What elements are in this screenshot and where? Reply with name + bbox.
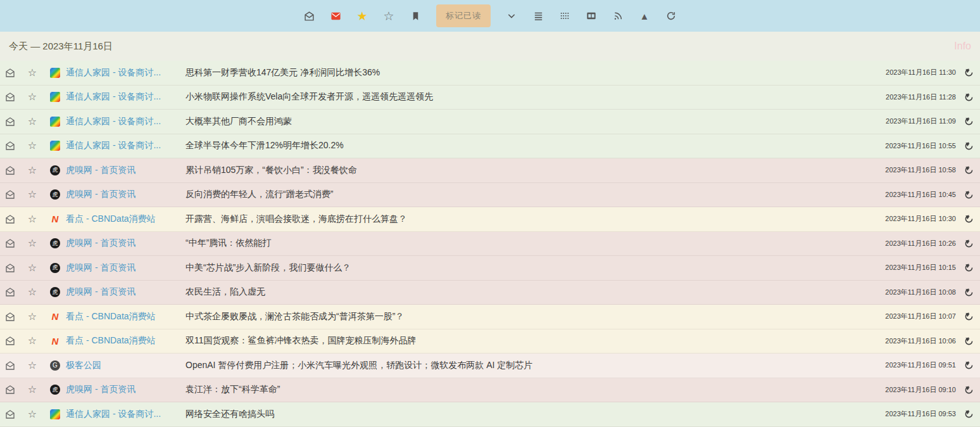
open-external-icon[interactable]	[964, 385, 974, 395]
open-external-icon[interactable]	[964, 288, 974, 297]
article-row[interactable]: ☆ 虎 虎嗅网 - 首页资讯 中美“芯片战”步入新阶段，我们要做什么？ 2023…	[0, 256, 980, 281]
star-toggle-icon[interactable]: ☆	[27, 189, 37, 200]
grid-view-icon[interactable]	[559, 10, 570, 22]
article-row[interactable]: ☆ 通信人家园 - 设备商讨... 小米物联网操作系统Vela向全球开发者开源，…	[0, 86, 980, 110]
open-external-icon[interactable]	[964, 92, 974, 102]
open-external-icon[interactable]	[964, 141, 974, 151]
star-toggle-icon[interactable]: ☆	[27, 141, 37, 151]
source-label: 通信人家园 - 设备商讨...	[66, 91, 175, 103]
article-row[interactable]: ☆ 通信人家园 - 设备商讨... 大概率其他厂商不会用鸿蒙 2023年11月1…	[0, 110, 980, 134]
article-timestamp: 2023年11月16日 10:06	[885, 336, 956, 346]
star-toggle-icon[interactable]: ☆	[27, 68, 37, 78]
chevron-down-icon[interactable]	[506, 10, 517, 22]
open-external-icon[interactable]	[964, 312, 974, 321]
article-row[interactable]: ☆ 虎 虎嗅网 - 首页资讯 袁江洋：放下“科学革命” 2023年11月16日 …	[0, 378, 980, 403]
article-timestamp: 2023年11月16日 11:30	[886, 68, 956, 77]
open-external-icon[interactable]	[964, 165, 974, 175]
open-external-icon[interactable]	[964, 336, 974, 346]
mail-unread-icon[interactable]	[330, 10, 341, 22]
article-row[interactable]: ☆ 虎 虎嗅网 - 首页资讯 反向消费的年轻人，流行“蹭老式消费” 2023年1…	[0, 183, 980, 208]
article-title: 中式茶企屡败屡战，澜沧古茶能否成为“普洱茶第一股”？	[185, 311, 879, 322]
triangle-up-icon[interactable]: ▲	[639, 10, 650, 22]
article-row[interactable]: ☆ 虎 虎嗅网 - 首页资讯 “中年”腾讯：依然能打 2023年11月16日 1…	[0, 232, 980, 257]
toolbar: ★ ☆ 标记已读 ▲	[0, 0, 980, 32]
star-toggle-icon[interactable]: ☆	[27, 312, 37, 322]
source-label: 虎嗅网 - 首页资讯	[66, 238, 175, 249]
mark-unread-icon[interactable]	[5, 360, 15, 371]
open-external-icon[interactable]	[964, 117, 974, 126]
mark-unread-icon[interactable]	[5, 141, 15, 151]
mark-unread-icon[interactable]	[5, 287, 15, 297]
mark-unread-icon[interactable]	[5, 117, 15, 127]
source-label: 看点 - CBNData消费站	[66, 311, 175, 322]
refresh-icon[interactable]	[665, 10, 677, 22]
star-toggle-icon[interactable]: ☆	[27, 360, 37, 371]
article-row[interactable]: ☆ 虎 虎嗅网 - 首页资讯 农民生活，陷入虚无 2023年11月16日 10:…	[0, 281, 980, 305]
article-timestamp: 2023年11月16日 10:55	[885, 141, 956, 151]
star-toggle-icon[interactable]: ☆	[27, 263, 37, 273]
article-title: 网络安全还有啥搞头吗	[185, 409, 879, 420]
mark-unread-icon[interactable]	[5, 165, 15, 175]
article-row[interactable]: ☆ 虎 虎嗅网 - 首页资讯 累计吊销105万家，“餐饮小白”：我没餐饮命 20…	[0, 158, 980, 183]
star-toggle-icon[interactable]: ☆	[27, 409, 37, 419]
source-favicon: 虎	[50, 238, 60, 248]
mark-unread-icon[interactable]	[5, 263, 15, 273]
rss-icon[interactable]	[612, 10, 624, 22]
article-timestamp: 2023年11月16日 10:45	[885, 190, 956, 200]
article-list: ☆ 通信人家园 - 设备商讨... 思科第一财季营收147亿美元 净利润同比增长…	[0, 61, 980, 427]
bookmark-icon[interactable]	[410, 10, 421, 22]
article-row[interactable]: ☆ N 看点 - CBNData消费站 双11国货观察：鲨鱼裤冲锋衣热卖，国牌宠…	[0, 329, 980, 354]
article-title: 开露营、海鲜店，演唱会接歌迷，海底捞在打什么算盘？	[185, 213, 879, 225]
article-row[interactable]: ☆ 通信人家园 - 设备商讨... 网络安全还有啥搞头吗 2023年11月16日…	[0, 402, 980, 427]
article-row[interactable]: ☆ 通信人家园 - 设备商讨... 全球半导体今年下滑12%明年增长20.2% …	[0, 134, 980, 159]
star-filled-icon[interactable]: ★	[356, 10, 368, 22]
article-row[interactable]: ☆ G 极客公园 OpenAI 暂停付费用户注册；小米汽车曝光外观照，轿跑设计；…	[0, 354, 980, 378]
source-label: 通信人家园 - 设备商讨...	[66, 67, 175, 79]
open-external-icon[interactable]	[964, 263, 974, 272]
article-title: 思科第一财季营收147亿美元 净利润同比增长36%	[185, 67, 879, 79]
open-external-icon[interactable]	[964, 409, 974, 419]
open-external-icon[interactable]	[964, 68, 974, 77]
article-row[interactable]: ☆ N 看点 - CBNData消费站 中式茶企屡败屡战，澜沧古茶能否成为“普洱…	[0, 305, 980, 329]
open-external-icon[interactable]	[964, 360, 974, 370]
open-external-icon[interactable]	[964, 190, 974, 200]
article-title: “中年”腾讯：依然能打	[185, 238, 879, 249]
mark-unread-icon[interactable]	[5, 336, 15, 346]
source-favicon	[50, 68, 60, 78]
article-title: 袁江洋：放下“科学革命”	[185, 384, 879, 395]
open-external-icon[interactable]	[964, 214, 974, 224]
star-toggle-icon[interactable]: ☆	[27, 385, 37, 395]
star-outline-icon[interactable]: ☆	[383, 10, 394, 22]
mark-unread-icon[interactable]	[5, 385, 15, 395]
source-favicon: G	[50, 360, 60, 371]
reader-view-icon[interactable]	[586, 10, 597, 22]
article-title: 全球半导体今年下滑12%明年增长20.2%	[185, 140, 879, 151]
list-view-icon[interactable]	[532, 10, 544, 22]
article-row[interactable]: ☆ 通信人家园 - 设备商讨... 思科第一财季营收147亿美元 净利润同比增长…	[0, 61, 980, 86]
article-timestamp: 2023年11月16日 10:07	[885, 312, 956, 321]
source-favicon: 虎	[50, 189, 60, 200]
mark-unread-icon[interactable]	[5, 214, 15, 224]
star-toggle-icon[interactable]: ☆	[27, 117, 37, 127]
source-favicon: 虎	[50, 385, 60, 395]
article-timestamp: 2023年11月16日 09:10	[885, 385, 956, 395]
mark-unread-icon[interactable]	[5, 409, 15, 419]
star-toggle-icon[interactable]: ☆	[27, 214, 37, 224]
mark-unread-icon[interactable]	[5, 189, 15, 200]
mark-read-button[interactable]: 标记已读	[436, 4, 491, 27]
star-toggle-icon[interactable]: ☆	[27, 92, 37, 102]
mail-open-icon[interactable]	[303, 10, 315, 22]
mark-unread-icon[interactable]	[5, 68, 15, 78]
source-favicon	[50, 409, 60, 419]
mark-unread-icon[interactable]	[5, 92, 15, 102]
mark-unread-icon[interactable]	[5, 312, 15, 322]
source-label: 虎嗅网 - 首页资讯	[66, 384, 175, 395]
star-toggle-icon[interactable]: ☆	[27, 287, 37, 297]
star-toggle-icon[interactable]: ☆	[27, 336, 37, 346]
source-favicon: 虎	[50, 263, 60, 273]
star-toggle-icon[interactable]: ☆	[27, 238, 37, 248]
article-row[interactable]: ☆ N 看点 - CBNData消费站 开露营、海鲜店，演唱会接歌迷，海底捞在打…	[0, 207, 980, 232]
star-toggle-icon[interactable]: ☆	[27, 165, 37, 175]
open-external-icon[interactable]	[964, 239, 974, 248]
mark-unread-icon[interactable]	[5, 238, 15, 248]
